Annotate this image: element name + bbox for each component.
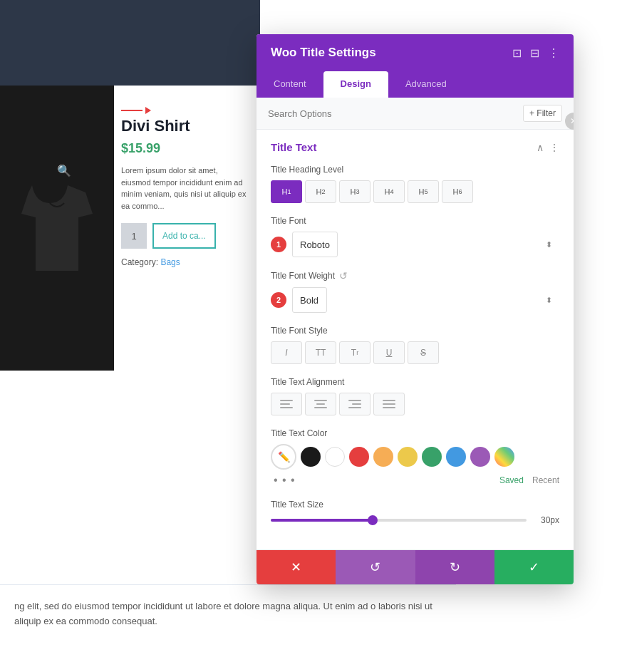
heading-h1[interactable]: H1 — [271, 180, 302, 203]
product-actions: 1 Add to ca... — [121, 223, 249, 249]
heading-levels: H1 H2 H3 H4 H5 H6 — [271, 180, 559, 203]
color-label: Title Text Color — [271, 428, 559, 438]
size-slider[interactable] — [271, 519, 527, 522]
color-swatch-blue[interactable] — [446, 447, 466, 467]
arrow-head — [145, 107, 151, 114]
product-info: Divi Shirt $15.99 Lorem ipsum dolor sit … — [121, 107, 249, 267]
style-italic[interactable]: I — [271, 341, 302, 364]
tab-advanced[interactable]: Advanced — [388, 71, 464, 98]
font-group: Title Font 1 Roboto — [271, 216, 559, 257]
style-capitalize[interactable]: Tr — [339, 341, 370, 364]
size-slider-fill — [271, 519, 373, 522]
category-link[interactable]: Bags — [160, 257, 180, 267]
color-swatch-black[interactable] — [301, 447, 321, 467]
panel-content: Title Text ∧ ⋮ Title Heading Level H1 H2… — [256, 130, 574, 549]
product-image — [0, 86, 114, 371]
section-collapse-icon[interactable]: ∧ — [537, 142, 544, 153]
filter-button[interactable]: + Filter — [523, 105, 562, 122]
align-left[interactable] — [271, 393, 302, 415]
search-input[interactable] — [268, 108, 523, 119]
product-title: Divi Shirt — [121, 117, 249, 135]
heading-level-label: Title Heading Level — [271, 165, 559, 175]
tab-design[interactable]: Design — [323, 71, 388, 98]
layout-icon[interactable]: ⊟ — [530, 46, 539, 60]
align-center[interactable] — [305, 393, 336, 415]
section-menu-icon[interactable]: ⋮ — [549, 142, 559, 153]
panel-title: Woo Title Settings — [271, 46, 376, 60]
more-options-icon[interactable]: ⋮ — [548, 46, 559, 60]
heading-h4[interactable]: H4 — [373, 180, 405, 203]
bottom-text-content: ng elit, sed do eiusmod tempor incididun… — [14, 599, 442, 629]
page-search-icon[interactable]: 🔍 — [57, 164, 71, 177]
heading-level-group: Title Heading Level H1 H2 H3 H4 H5 H6 — [271, 165, 559, 203]
color-actions: • • • Saved Recent — [271, 474, 559, 487]
color-picker-area: ✏️ • • • Saved Recent — [271, 444, 559, 487]
font-select[interactable]: Roboto — [292, 232, 338, 257]
responsive-icon[interactable]: ⊡ — [512, 46, 522, 60]
panel-tabs: Content Design Advanced — [256, 71, 574, 98]
redo-button[interactable]: ↻ — [415, 550, 494, 584]
saved-colors-link[interactable]: Saved — [499, 475, 524, 485]
color-swatch-green[interactable] — [422, 447, 442, 467]
font-select-row: 1 Roboto — [271, 232, 559, 257]
color-picker-button[interactable]: ✏️ — [271, 444, 296, 470]
text-size-label: Title Text Size — [271, 500, 559, 510]
font-weight-select[interactable]: Bold — [292, 287, 327, 313]
font-style-buttons: I TT Tr U S — [271, 341, 559, 364]
color-group: Title Text Color ✏️ • • — [271, 428, 559, 487]
alignment-buttons — [271, 393, 559, 415]
arrow-indicator — [121, 107, 249, 114]
size-value: 30px — [534, 515, 559, 525]
font-label: Title Font — [271, 216, 559, 226]
color-swatch-red[interactable] — [349, 447, 369, 467]
style-underline[interactable]: U — [373, 341, 405, 364]
alignment-label: Title Text Alignment — [271, 377, 559, 387]
heading-h2[interactable]: H2 — [305, 180, 336, 203]
size-slider-row: 30px — [271, 515, 559, 525]
cancel-button[interactable]: ✕ — [256, 550, 336, 584]
panel-toolbar: ✕ ↺ ↻ ✓ — [256, 549, 574, 584]
tab-content[interactable]: Content — [256, 71, 323, 98]
font-weight-select-wrapper: Bold — [292, 287, 559, 313]
align-right[interactable] — [339, 393, 370, 415]
font-style-label: Title Font Style — [271, 326, 559, 336]
page-header — [0, 0, 260, 86]
heading-h6[interactable]: H6 — [442, 180, 473, 203]
font-weight-select-row: 2 Bold — [271, 287, 559, 313]
category-text: Category: Bags — [121, 257, 249, 267]
product-price: $15.99 — [121, 141, 249, 156]
color-swatch-white[interactable] — [325, 447, 345, 467]
style-strikethrough[interactable]: S — [408, 341, 439, 364]
alignment-group: Title Text Alignment — [271, 377, 559, 415]
reset-button[interactable]: ↺ — [336, 550, 415, 584]
heading-h3[interactable]: H3 — [339, 180, 370, 203]
section-controls: ∧ ⋮ — [537, 142, 559, 153]
pencil-icon: ✏️ — [278, 451, 290, 462]
color-swatch-gradient[interactable] — [494, 447, 514, 467]
section-title: Title Text — [271, 141, 316, 153]
category-label: Category: — [121, 257, 158, 267]
more-colors-dots[interactable]: • • • — [274, 474, 296, 487]
align-justify[interactable] — [373, 393, 405, 415]
shirt-image — [14, 171, 100, 285]
bottom-text-area: ng elit, sed do eiusmod tempor incididun… — [0, 584, 456, 643]
size-slider-thumb[interactable] — [368, 515, 378, 525]
arrow-line — [121, 110, 142, 111]
color-swatches: ✏️ — [271, 444, 559, 470]
font-weight-badge: 2 — [271, 292, 286, 308]
style-uppercase[interactable]: TT — [305, 341, 336, 364]
section-header: Title Text ∧ ⋮ — [271, 141, 559, 153]
text-size-group: Title Text Size 30px — [271, 500, 559, 525]
font-style-group: Title Font Style I TT Tr U S — [271, 326, 559, 364]
color-swatch-purple[interactable] — [470, 447, 490, 467]
color-swatch-orange[interactable] — [373, 447, 393, 467]
search-bar: + Filter — [256, 98, 574, 130]
recent-colors-link[interactable]: Recent — [532, 475, 559, 485]
save-button[interactable]: ✓ — [494, 550, 574, 584]
quantity-box[interactable]: 1 — [121, 223, 147, 249]
heading-h5[interactable]: H5 — [408, 180, 439, 203]
add-to-cart-button[interactable]: Add to ca... — [152, 223, 216, 249]
font-weight-reset-icon[interactable]: ↺ — [339, 270, 348, 281]
color-swatch-yellow[interactable] — [398, 447, 418, 467]
font-weight-group: Title Font Weight ↺ 2 Bold — [271, 270, 559, 313]
